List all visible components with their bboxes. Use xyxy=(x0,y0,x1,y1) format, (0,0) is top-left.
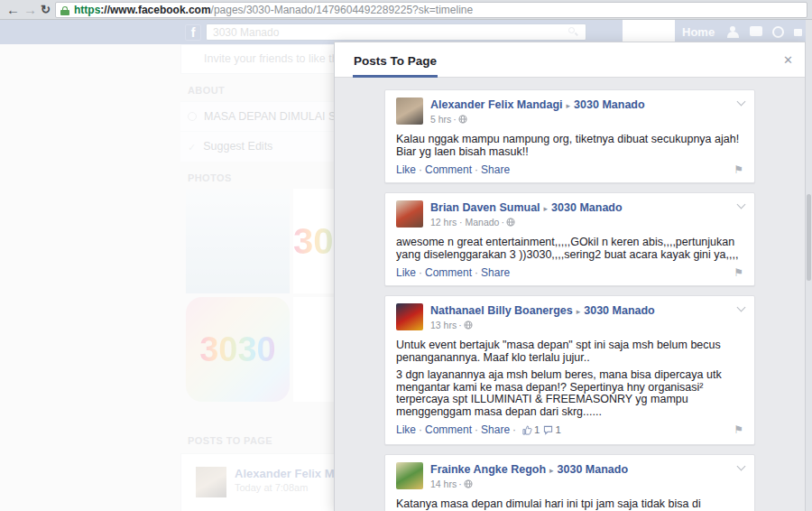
post-footer: ⚑ Like·Comment·Share xyxy=(396,267,743,279)
dialog-header: Posts To Page ✕ xyxy=(335,42,805,78)
tab-posts-to-page[interactable]: Posts To Page xyxy=(353,42,438,78)
report-flag-icon[interactable]: ⚑ xyxy=(734,424,743,436)
report-flag-icon[interactable]: ⚑ xyxy=(734,164,743,176)
post-timestamp[interactable]: 12 hrs · Manado· xyxy=(396,217,743,229)
like-button[interactable]: Like xyxy=(396,266,416,279)
post-card: Alexander Felix Mandagi▸3030 Manado 5 hr… xyxy=(384,89,755,183)
post-card: Frainke Angke Regoh▸3030 Manado 14 hrs· … xyxy=(384,454,755,511)
globe-privacy-icon xyxy=(458,115,467,126)
screen: ← → ↻ https://www.facebook.com/pages/303… xyxy=(0,0,812,511)
url-path: /pages/3030-Manado/1479604492289225?sk=t… xyxy=(211,4,474,16)
avatar[interactable] xyxy=(396,200,423,228)
arrow-right-icon: ▸ xyxy=(549,466,554,475)
comment-button[interactable]: Comment xyxy=(425,163,472,176)
comment-count[interactable]: 1 xyxy=(543,423,560,436)
post-timestamp[interactable]: 13 hrs· xyxy=(396,320,743,332)
post-card: Nathanael Billy Boanerges▸3030 Manado 13… xyxy=(384,295,755,445)
post-header: Brian Daven Sumual▸3030 Manado 12 hrs · … xyxy=(396,200,743,229)
browser-reload-icon[interactable]: ↻ xyxy=(41,0,51,20)
globe-privacy-icon xyxy=(506,218,515,229)
post-paragraph: awesome n great entertainment,,,,,GOkil … xyxy=(396,237,743,261)
address-bar[interactable]: https://www.facebook.com/pages/3030-Mana… xyxy=(55,2,807,18)
globe-privacy-icon xyxy=(464,321,473,332)
post-paragraph: 3 dgn layanannya aja msh belum beres, ma… xyxy=(396,369,743,418)
post-paragraph: Untuk event bertajuk "masa depan" spt in… xyxy=(396,339,743,364)
posts-to-page-dialog: Posts To Page ✕ Alexander Felix Mandagi▸… xyxy=(334,42,806,511)
page-link[interactable]: 3030 Manado xyxy=(551,201,623,214)
like-count[interactable]: 1 xyxy=(522,423,540,436)
comment-button[interactable]: Comment xyxy=(425,266,472,279)
close-icon[interactable]: ✕ xyxy=(783,42,793,78)
post-text: Untuk event bertajuk "masa depan" spt in… xyxy=(396,339,743,418)
like-button[interactable]: Like xyxy=(396,423,416,436)
page-link[interactable]: 3030 Manado xyxy=(558,463,629,476)
posts-list: Alexander Felix Mandagi▸3030 Manado 5 hr… xyxy=(335,78,805,511)
comment-bubble-icon xyxy=(543,425,553,438)
page-link[interactable]: 3030 Manado xyxy=(574,98,645,111)
report-flag-icon[interactable]: ⚑ xyxy=(734,267,743,279)
browser-toolbar: ← → ↻ https://www.facebook.com/pages/303… xyxy=(0,0,812,20)
arrow-right-icon: ▸ xyxy=(567,101,571,110)
url-host: ://www.facebook.com xyxy=(100,4,210,16)
arrow-right-icon: ▸ xyxy=(577,307,581,316)
counts: ·11 xyxy=(510,423,561,436)
post-header: Frainke Angke Regoh▸3030 Manado 14 hrs· xyxy=(396,462,743,491)
post-header: Nathanael Billy Boanerges▸3030 Manado 13… xyxy=(396,303,743,332)
author-link[interactable]: Brian Daven Sumual xyxy=(430,201,540,214)
thumb-up-icon xyxy=(522,425,532,438)
avatar[interactable] xyxy=(396,303,423,330)
share-button[interactable]: Share xyxy=(481,163,510,176)
author-link[interactable]: Frainke Angke Regoh xyxy=(430,463,546,476)
post-timestamp[interactable]: 14 hrs· xyxy=(396,478,743,491)
author-link[interactable]: Alexander Felix Mandagi xyxy=(430,98,563,111)
post-timestamp[interactable]: 5 hrs· xyxy=(396,114,743,126)
post-text: awesome n great entertainment,,,,,GOkil … xyxy=(396,237,743,261)
avatar[interactable] xyxy=(396,98,423,125)
scrollbar-thumb[interactable] xyxy=(807,194,811,281)
post-text: Kalau nggak mampu nampung org, tiketnya … xyxy=(396,134,743,158)
share-button[interactable]: Share xyxy=(481,266,510,279)
comment-button[interactable]: Comment xyxy=(425,423,472,436)
post-paragraph: Katanya masa depan dimulai hari ini tpi … xyxy=(396,498,743,511)
author-link[interactable]: Nathanael Billy Boanerges xyxy=(430,304,573,317)
page-scrollbar[interactable] xyxy=(806,20,812,511)
post-footer: ⚑ Like·Comment·Share·11 xyxy=(396,424,743,438)
url-scheme: https xyxy=(74,4,100,16)
post-card: Brian Daven Sumual▸3030 Manado 12 hrs · … xyxy=(384,192,755,286)
post-header: Alexander Felix Mandagi▸3030 Manado 5 hr… xyxy=(396,98,743,126)
post-paragraph: Kalau nggak mampu nampung org, tiketnya … xyxy=(396,134,743,158)
page-link[interactable]: 3030 Manado xyxy=(584,304,655,317)
browser-back-icon[interactable]: ← xyxy=(6,0,20,20)
ssl-padlock-icon[interactable] xyxy=(60,6,69,15)
share-button[interactable]: Share xyxy=(481,423,510,436)
like-button[interactable]: Like xyxy=(396,163,416,176)
globe-privacy-icon xyxy=(464,479,473,491)
post-footer: ⚑ Like·Comment·Share xyxy=(396,164,743,176)
post-text: Katanya masa depan dimulai hari ini tpi … xyxy=(396,498,743,511)
arrow-right-icon: ▸ xyxy=(544,204,549,213)
browser-forward-icon[interactable]: → xyxy=(23,0,37,20)
avatar[interactable] xyxy=(396,462,423,489)
